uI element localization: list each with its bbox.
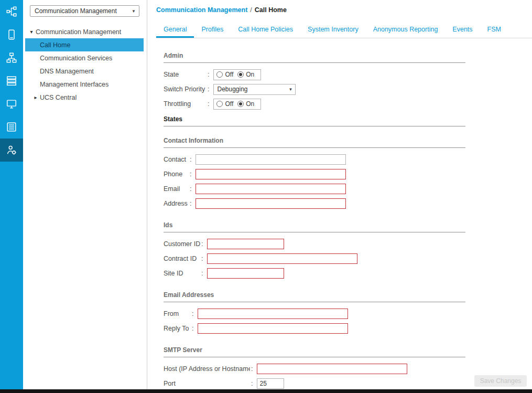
breadcrumb-parent[interactable]: Communication Management xyxy=(156,6,247,14)
section-title-contact-information: Contact Information xyxy=(164,137,465,148)
state-off-radio[interactable] xyxy=(216,71,223,78)
tree-node-dns-management[interactable]: DNS Management xyxy=(25,65,144,78)
caret-right-icon[interactable]: ▸ xyxy=(32,94,39,100)
tree-node-call-home[interactable]: Call Home xyxy=(25,38,144,51)
nav-pane-select-value: Communication Management xyxy=(35,7,117,15)
tab-bar: General Profiles Call Home Policies Syst… xyxy=(156,21,532,38)
from-input[interactable] xyxy=(198,309,348,319)
field-row-state: State : Off On xyxy=(164,67,465,82)
site-id-input[interactable] xyxy=(207,268,284,279)
field-row-phone: Phone : xyxy=(164,167,465,182)
section-title-states: States xyxy=(164,115,465,126)
email-label: Email xyxy=(164,185,189,193)
from-label: From xyxy=(164,310,191,317)
tree-node-label: Call Home xyxy=(40,41,70,49)
reply-to-label: Reply To xyxy=(164,325,191,332)
field-row-switch-priority: Switch Priority : Debugging ▼ xyxy=(164,82,465,97)
nav-rail-item-lan[interactable] xyxy=(0,46,23,69)
field-row-port: Port : xyxy=(164,376,465,391)
tree-node-communication-services[interactable]: Communication Services xyxy=(25,51,144,65)
tree-node-ucs-central[interactable]: ▸ UCS Central xyxy=(25,91,144,104)
nav-rail xyxy=(0,0,23,393)
contact-label: Contact xyxy=(164,156,189,163)
servers-icon xyxy=(6,29,17,40)
customer-id-input[interactable] xyxy=(207,239,284,249)
equipment-icon xyxy=(6,6,17,17)
field-row-customer-id: Customer ID : xyxy=(164,237,465,251)
form-content: Admin State : Off On Switch Priority xyxy=(147,38,532,391)
site-id-label: Site ID xyxy=(164,270,200,277)
switch-priority-value: Debugging xyxy=(217,86,247,93)
tab-fsm[interactable]: FSM xyxy=(480,21,508,38)
section-title-email-addresses: Email Addresses xyxy=(164,291,465,302)
lan-icon xyxy=(6,52,17,63)
state-on-radio[interactable] xyxy=(237,71,244,78)
field-row-address: Address : xyxy=(164,196,465,211)
nav-pane-select[interactable]: Communication Management ▼ xyxy=(30,5,139,17)
switch-priority-select[interactable]: Debugging ▼ xyxy=(213,84,296,95)
throttling-on-radio[interactable] xyxy=(237,101,244,107)
chevron-down-icon: ▼ xyxy=(286,87,295,92)
section-admin: Admin State : Off On Switch Priority xyxy=(164,52,465,111)
tree-node-label: UCS Central xyxy=(40,94,77,101)
field-row-contract-id: Contract ID : xyxy=(164,251,465,266)
tab-events[interactable]: Events xyxy=(445,21,480,38)
state-label: State xyxy=(164,71,207,78)
contract-id-label: Contract ID xyxy=(164,255,200,262)
nav-rail-item-admin[interactable] xyxy=(0,139,23,162)
section-contact-information: Contact Information Contact : Phone : Em… xyxy=(164,137,465,211)
port-input[interactable] xyxy=(257,378,284,389)
throttling-off-radio[interactable] xyxy=(216,101,223,107)
breadcrumb: Communication Management/Call Home xyxy=(147,0,532,14)
address-label: Address xyxy=(164,200,189,207)
tab-system-inventory[interactable]: System Inventory xyxy=(300,21,366,38)
tree-node-label: DNS Management xyxy=(40,68,94,75)
reply-to-input[interactable] xyxy=(198,323,348,334)
tree-node-label: Management Interfaces xyxy=(40,81,108,88)
caret-down-icon[interactable]: ▾ xyxy=(28,29,35,35)
vm-icon xyxy=(6,98,17,110)
phone-input[interactable] xyxy=(196,169,346,179)
storage-icon xyxy=(6,121,17,133)
bottom-edge-bar xyxy=(0,389,532,393)
app-window: Communication Management ▼ ▾ Communicati… xyxy=(0,0,532,393)
chevron-down-icon: ▼ xyxy=(128,9,139,14)
phone-label: Phone xyxy=(164,171,189,178)
nav-rail-item-san[interactable] xyxy=(0,69,23,92)
tree-node-management-interfaces[interactable]: Management Interfaces xyxy=(25,78,144,91)
port-label: Port xyxy=(164,380,250,387)
sidebar: Communication Management ▼ ▾ Communicati… xyxy=(23,0,147,393)
breadcrumb-separator: / xyxy=(247,6,254,14)
contract-id-input[interactable] xyxy=(207,253,357,264)
nav-rail-item-storage[interactable] xyxy=(0,115,23,139)
field-row-reply-to: Reply To : xyxy=(164,321,465,336)
state-radio-group[interactable]: Off On xyxy=(213,69,261,80)
nav-rail-item-servers[interactable] xyxy=(0,23,23,46)
tab-profiles[interactable]: Profiles xyxy=(194,21,231,38)
admin-icon xyxy=(6,144,17,156)
tab-general[interactable]: General xyxy=(156,21,194,38)
address-input[interactable] xyxy=(196,198,346,209)
tab-call-home-policies[interactable]: Call Home Policies xyxy=(231,21,300,38)
email-input[interactable] xyxy=(196,184,346,194)
throttling-radio-group[interactable]: Off On xyxy=(213,99,261,110)
section-ids: Ids Customer ID : Contract ID : Site ID xyxy=(164,221,465,281)
tab-anonymous-reporting[interactable]: Anonymous Reporting xyxy=(366,21,446,38)
section-title-ids: Ids xyxy=(164,221,465,232)
throttling-label: Throttling xyxy=(164,100,207,108)
field-row-throttling: Throttling : Off On xyxy=(164,97,465,111)
save-changes-button[interactable]: Save Changes xyxy=(474,375,527,387)
switch-priority-label: Switch Priority xyxy=(164,86,207,93)
field-row-email: Email : xyxy=(164,182,465,196)
section-title-smtp-server: SMTP Server xyxy=(164,346,465,357)
field-row-site-id: Site ID : xyxy=(164,266,465,281)
nav-rail-item-vm[interactable] xyxy=(0,92,23,115)
tree-node-communication-management[interactable]: ▾ Communication Management xyxy=(25,25,144,38)
host-input[interactable] xyxy=(257,364,407,374)
section-email-addresses: Email Addresses From : Reply To : xyxy=(164,291,465,336)
host-label: Host (IP Address or Hostname) xyxy=(164,365,250,373)
field-row-host: Host (IP Address or Hostname) : xyxy=(164,362,465,376)
tree-node-label: Communication Management xyxy=(36,28,121,36)
contact-input[interactable] xyxy=(196,154,346,165)
nav-rail-item-equipment[interactable] xyxy=(0,0,23,23)
